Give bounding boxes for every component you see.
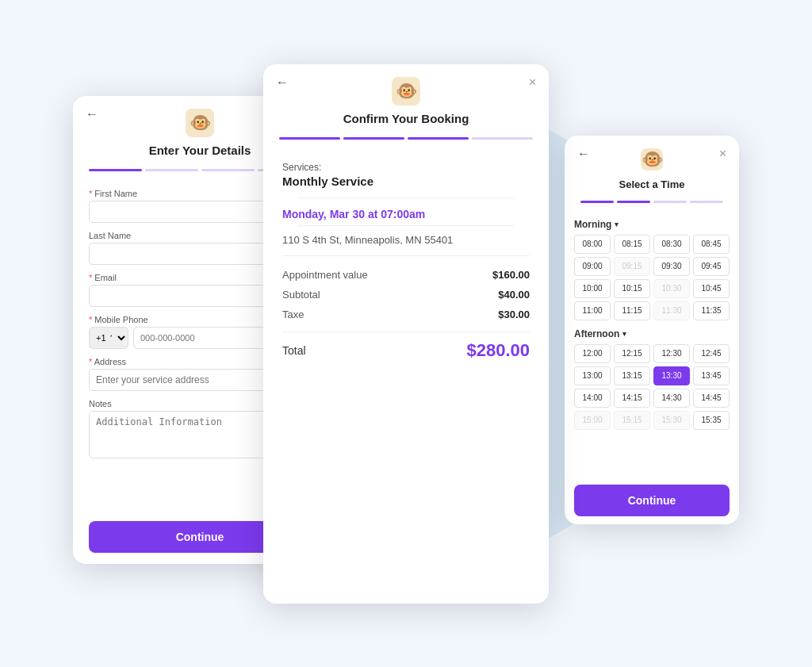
progress-bar-right [565, 194, 739, 213]
center-prog-1 [279, 137, 340, 140]
total-row: Total $280.00 [282, 332, 530, 361]
modal-select-time: 🐵 × ← Select a Time Morning ▾ 08:00 08:1… [565, 136, 739, 524]
price-row-appointment: Appointment value $160.00 [282, 269, 530, 281]
right-prog-3 [653, 201, 687, 203]
price-label-appointment: Appointment value [282, 269, 368, 281]
modal-left-title: Enter Your Details [149, 144, 251, 157]
time-slot[interactable]: 10:00 [574, 279, 611, 298]
time-slot-disabled: 11:30 [653, 301, 690, 320]
modal-confirm-booking: 🐵 × ← Confirm Your Booking Services: Mon… [263, 64, 549, 604]
logo-right: 🐵 [641, 148, 663, 171]
booking-address: 110 S 4th St, Minneapolis, MN 55401 [282, 234, 530, 256]
time-slot[interactable]: 09:45 [693, 257, 730, 276]
services-label: Services: [282, 162, 530, 173]
time-slot[interactable]: 14:15 [614, 389, 650, 408]
modal-center-body: Services: Monthly Service Monday, Mar 30… [263, 149, 549, 374]
booking-date: Monday, Mar 30 at 07:00am [282, 208, 530, 220]
time-slot[interactable]: 12:45 [693, 344, 730, 363]
back-button-left[interactable]: ← [86, 107, 98, 121]
progress-seg-2 [145, 169, 198, 171]
monkey-icon-left: 🐵 [190, 114, 211, 132]
time-slot-disabled: 10:30 [653, 279, 690, 298]
monkey-icon-center: 🐵 [396, 82, 417, 100]
time-slot[interactable]: 08:30 [653, 235, 690, 254]
modal-right-title: Select a Time [619, 178, 685, 190]
time-slot[interactable]: 14:30 [653, 389, 690, 408]
time-slot[interactable]: 12:15 [614, 344, 650, 363]
back-button-center[interactable]: ← [276, 75, 289, 90]
center-prog-4 [472, 137, 533, 140]
price-value-tax: $30.00 [498, 309, 530, 320]
back-button-right[interactable]: ← [577, 147, 590, 161]
afternoon-grid: 12:00 12:15 12:30 12:45 13:00 13:15 13:3… [574, 344, 730, 430]
right-prog-1 [580, 201, 614, 203]
time-slot-disabled: 09:15 [614, 257, 650, 276]
price-value-appointment: $160.00 [492, 269, 530, 281]
time-slot[interactable]: 14:45 [693, 389, 730, 408]
modal-center-title: Confirm Your Booking [343, 112, 469, 125]
time-slot[interactable]: 08:45 [693, 235, 730, 254]
divider-1 [298, 197, 514, 198]
close-button-right[interactable]: × [719, 147, 726, 161]
afternoon-label: Afternoon ▾ [574, 328, 730, 339]
price-label-subtotal: Subtotal [282, 289, 320, 301]
center-prog-2 [343, 137, 404, 140]
time-slot[interactable]: 13:15 [614, 366, 650, 385]
time-body: Morning ▾ 08:00 08:15 08:30 08:45 09:00 … [565, 213, 739, 444]
total-value: $280.00 [466, 340, 530, 361]
modal-center-header: 🐵 × ← [263, 64, 549, 112]
monkey-icon-right: 🐵 [642, 151, 663, 168]
price-value-subtotal: $40.00 [498, 289, 530, 301]
center-prog-3 [408, 137, 469, 140]
time-slot[interactable]: 10:45 [693, 279, 730, 298]
divider-2 [298, 225, 514, 226]
modal-right-footer: Continue [565, 477, 739, 524]
logo-center: 🐵 [392, 77, 420, 105]
time-slot[interactable]: 11:00 [574, 301, 611, 320]
time-slot[interactable]: 15:35 [693, 411, 730, 430]
time-slot-disabled: 15:30 [653, 411, 690, 430]
price-row-subtotal: Subtotal $40.00 [282, 289, 530, 301]
time-slot-disabled: 15:00 [574, 411, 611, 430]
time-slot[interactable]: 13:00 [574, 366, 611, 385]
time-slot-selected[interactable]: 13:30 [653, 366, 690, 385]
time-slot[interactable]: 08:00 [574, 235, 611, 254]
time-slot[interactable]: 12:30 [653, 344, 690, 363]
time-slot[interactable]: 08:15 [614, 235, 650, 254]
time-slot[interactable]: 14:00 [574, 389, 611, 408]
time-slot[interactable]: 09:30 [653, 257, 690, 276]
morning-label: Morning ▾ [574, 219, 730, 230]
time-slot[interactable]: 13:45 [693, 366, 730, 385]
close-button-center[interactable]: × [529, 75, 536, 90]
time-slot[interactable]: 11:15 [614, 301, 650, 320]
right-prog-4 [690, 201, 723, 203]
time-slot[interactable]: 09:00 [574, 257, 611, 276]
time-slot[interactable]: 12:00 [574, 344, 611, 363]
total-label: Total [282, 344, 306, 357]
time-slot-disabled: 15:15 [614, 411, 650, 430]
progress-bar-center [263, 131, 549, 149]
price-label-tax: Taxe [282, 309, 304, 320]
phone-code-select[interactable]: +1 ⌃ [89, 327, 128, 349]
services-name: Monthly Service [282, 174, 530, 188]
logo-left: 🐵 [186, 109, 214, 137]
scene: 🐵 × ← Enter Your Details First Name Last… [49, 33, 763, 635]
morning-grid: 08:00 08:15 08:30 08:45 09:00 09:15 09:3… [574, 235, 730, 320]
time-slot[interactable]: 10:15 [614, 279, 650, 298]
time-slot[interactable]: 11:35 [693, 301, 730, 320]
progress-seg-3 [201, 169, 255, 171]
modal-right-header: 🐵 × ← [565, 136, 739, 177]
price-row-tax: Taxe $30.00 [282, 309, 530, 320]
right-prog-2 [617, 201, 650, 203]
progress-seg-1 [89, 169, 142, 171]
continue-button-right[interactable]: Continue [574, 485, 730, 516]
